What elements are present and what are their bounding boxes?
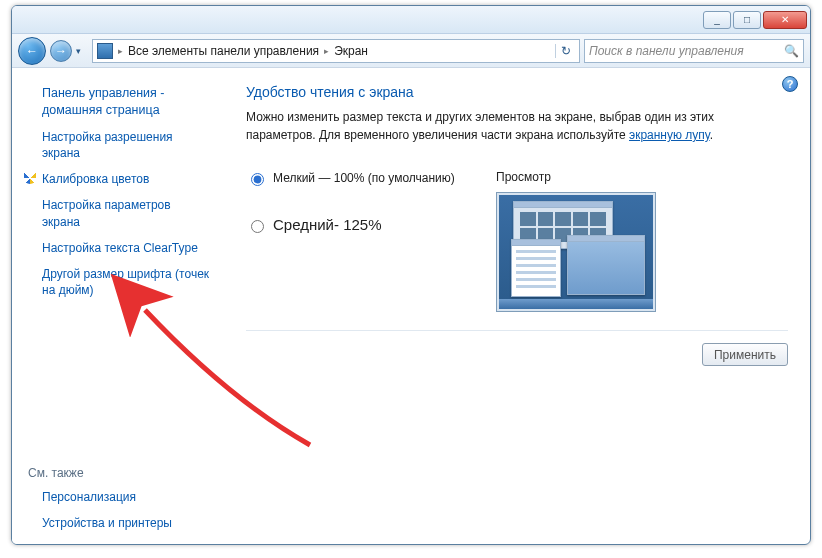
history-dropdown[interactable]: ▾ [76, 46, 88, 56]
magnifier-link[interactable]: экранную лупу [629, 128, 710, 142]
control-panel-window: _ □ ✕ ← → ▾ ▸ Все элементы панели управл… [11, 5, 811, 545]
see-also-label: См. также [26, 462, 212, 484]
chevron-right-icon: ▸ [323, 46, 330, 56]
preview-section: Просмотр [496, 170, 656, 312]
page-description: Можно изменить размер текста и других эл… [246, 108, 786, 144]
chevron-right-icon: ▸ [117, 46, 124, 56]
page-title: Удобство чтения с экрана [246, 84, 788, 100]
search-icon: 🔍 [784, 44, 799, 58]
close-button[interactable]: ✕ [763, 11, 807, 29]
sidebar-item-cleartype[interactable]: Настройка текста ClearType [26, 235, 212, 261]
help-button[interactable]: ? [782, 76, 798, 92]
preview-image [496, 192, 656, 312]
control-panel-icon [97, 43, 113, 59]
arrow-right-icon: → [55, 44, 67, 58]
option-small-radio[interactable] [251, 173, 264, 186]
option-medium[interactable]: Средний- 125% [246, 216, 456, 233]
navigation-bar: ← → ▾ ▸ Все элементы панели управления ▸… [12, 34, 810, 68]
search-placeholder: Поиск в панели управления [589, 44, 744, 58]
minimize-button[interactable]: _ [703, 11, 731, 29]
sidebar-item-custom-dpi[interactable]: Другой размер шрифта (точек на дюйм) [26, 261, 212, 303]
sidebar: Панель управления - домашняя страница На… [12, 68, 222, 544]
sidebar-item-resolution[interactable]: Настройка разрешения экрана [26, 124, 212, 166]
option-small[interactable]: Мелкий — 100% (по умолчанию) [246, 170, 456, 186]
preview-label: Просмотр [496, 170, 656, 184]
size-options: Мелкий — 100% (по умолчанию) Средний- 12… [246, 170, 456, 312]
option-small-label: Мелкий — 100% (по умолчанию) [273, 171, 455, 185]
main-content: ? Удобство чтения с экрана Можно изменит… [222, 68, 810, 544]
sidebar-see-also: См. также Персонализация Устройства и пр… [26, 448, 212, 536]
back-button[interactable]: ← [18, 37, 46, 65]
sidebar-item-color-calibration[interactable]: Калибровка цветов [26, 166, 212, 192]
breadcrumb-parent[interactable]: Все элементы панели управления [128, 44, 319, 58]
breadcrumb[interactable]: ▸ Все элементы панели управления ▸ Экран… [92, 39, 580, 63]
forward-button[interactable]: → [50, 40, 72, 62]
apply-button[interactable]: Применить [702, 343, 788, 366]
titlebar: _ □ ✕ [12, 6, 810, 34]
arrow-left-icon: ← [26, 44, 38, 58]
refresh-button[interactable]: ↻ [555, 44, 575, 58]
option-medium-label: Средний- 125% [273, 216, 382, 233]
sidebar-home-link[interactable]: Панель управления - домашняя страница [26, 80, 212, 124]
see-also-devices-printers[interactable]: Устройства и принтеры [26, 510, 212, 536]
see-also-personalization[interactable]: Персонализация [26, 484, 212, 510]
search-input[interactable]: Поиск в панели управления 🔍 [584, 39, 804, 63]
sidebar-item-display-settings[interactable]: Настройка параметров экрана [26, 192, 212, 234]
maximize-button[interactable]: □ [733, 11, 761, 29]
option-medium-radio[interactable] [251, 220, 264, 233]
breadcrumb-current[interactable]: Экран [334, 44, 368, 58]
button-row: Применить [246, 330, 788, 366]
